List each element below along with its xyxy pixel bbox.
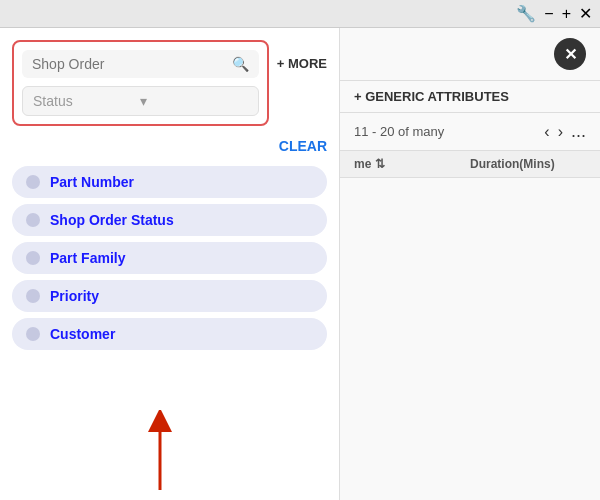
red-arrow-annotation xyxy=(130,410,190,490)
right-top-bar: ✕ xyxy=(340,28,600,81)
pagination-prev-button[interactable]: ‹ xyxy=(544,123,549,141)
filter-dot xyxy=(26,251,40,265)
title-bar: 🔧 − + ✕ xyxy=(0,0,600,28)
more-button-label: + MORE xyxy=(277,56,327,71)
filter-header: 🔍 Status ▾ + MORE xyxy=(12,40,327,134)
search-input-row: 🔍 xyxy=(22,50,259,78)
right-panel: ✕ + GENERIC ATTRIBUTES 11 - 20 of many ‹… xyxy=(340,28,600,500)
chevron-left-icon: ‹ xyxy=(544,123,549,140)
panel-close-button[interactable]: ✕ xyxy=(554,38,586,70)
table-header-row: me ⇅ Duration(Mins) xyxy=(340,151,600,178)
search-icon: 🔍 xyxy=(232,56,249,72)
filter-item-part-family[interactable]: Part Family xyxy=(12,242,327,274)
filter-dot xyxy=(26,213,40,227)
filter-item-label: Part Family xyxy=(50,250,125,266)
status-dropdown[interactable]: Status ▾ xyxy=(22,86,259,116)
ellipsis-icon: ... xyxy=(571,121,586,141)
column-header-name: me ⇅ xyxy=(354,157,470,171)
filter-item-label: Customer xyxy=(50,326,115,342)
filter-item-label: Part Number xyxy=(50,174,134,190)
main-content: 🔍 Status ▾ + MORE CLEAR xyxy=(0,28,600,500)
close-icon: ✕ xyxy=(564,45,577,64)
sort-icon: ⇅ xyxy=(375,157,385,171)
chevron-down-icon: ▾ xyxy=(140,93,247,109)
maximize-icon[interactable]: + xyxy=(562,5,571,23)
wrench-icon: 🔧 xyxy=(516,4,536,23)
shop-order-search-input[interactable] xyxy=(32,56,232,72)
pagination-bar: 11 - 20 of many ‹ › ... xyxy=(340,113,600,151)
column-header-duration: Duration(Mins) xyxy=(470,157,586,171)
col-name-label: me xyxy=(354,157,371,171)
more-button[interactable]: + MORE xyxy=(277,56,327,71)
filter-item-part-number[interactable]: Part Number xyxy=(12,166,327,198)
clear-label: CLEAR xyxy=(279,138,327,154)
window-close-icon[interactable]: ✕ xyxy=(579,4,592,23)
ellipsis-button[interactable]: ... xyxy=(571,121,586,142)
clear-button[interactable]: CLEAR xyxy=(12,134,327,158)
filter-dot xyxy=(26,289,40,303)
filter-item-shop-order-status[interactable]: Shop Order Status xyxy=(12,204,327,236)
filter-item-priority[interactable]: Priority xyxy=(12,280,327,312)
minimize-icon[interactable]: − xyxy=(544,5,553,23)
tab-generic-attributes[interactable]: + GENERIC ATTRIBUTES xyxy=(354,89,509,104)
filter-item-label: Shop Order Status xyxy=(50,212,174,228)
search-box-wrapper: 🔍 Status ▾ xyxy=(12,40,269,126)
pagination-next-button[interactable]: › xyxy=(558,123,563,141)
left-panel: 🔍 Status ▾ + MORE CLEAR xyxy=(0,28,340,500)
pagination-text: 11 - 20 of many xyxy=(354,124,536,139)
filter-dot xyxy=(26,175,40,189)
filter-item-label: Priority xyxy=(50,288,99,304)
filter-item-customer[interactable]: Customer xyxy=(12,318,327,350)
right-tabs: + GENERIC ATTRIBUTES xyxy=(340,81,600,113)
tab-generic-attributes-label: + GENERIC ATTRIBUTES xyxy=(354,89,509,104)
col-duration-label: Duration(Mins) xyxy=(470,157,555,171)
filter-inputs: 🔍 Status ▾ xyxy=(12,40,269,134)
chevron-right-icon: › xyxy=(558,123,563,140)
status-placeholder: Status xyxy=(33,93,140,109)
filter-dot xyxy=(26,327,40,341)
filter-list: Part Number Shop Order Status Part Famil… xyxy=(12,166,327,350)
